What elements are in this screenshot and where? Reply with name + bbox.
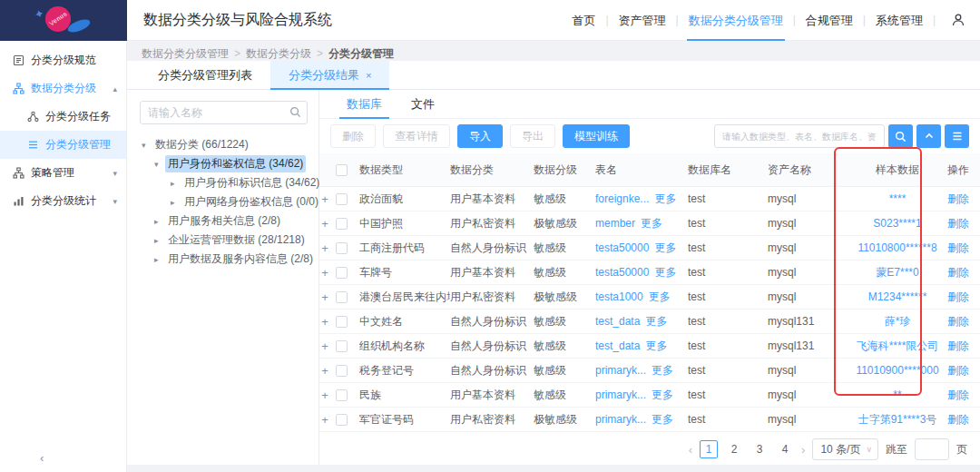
sidebar-item-classification-spec[interactable]: 分类分级规范: [0, 46, 126, 74]
chevron-up-icon[interactable]: ▴: [113, 84, 117, 93]
page-3-button[interactable]: 3: [750, 443, 769, 456]
delete-row-link[interactable]: 删除: [947, 315, 969, 328]
sidebar-item-strategy-management[interactable]: 策略管理 ▾: [0, 159, 126, 187]
user-profile-icon[interactable]: [951, 13, 965, 27]
nav-data-classification[interactable]: 数据分类分级管理: [685, 0, 787, 41]
sample-data-link[interactable]: 蒙E7***0: [876, 266, 918, 279]
expand-icon[interactable]: +: [319, 364, 336, 378]
expand-icon[interactable]: +: [319, 192, 336, 206]
tab-file[interactable]: 文件: [397, 90, 449, 118]
collapse-search-button[interactable]: [916, 124, 941, 148]
column-settings-button[interactable]: [945, 124, 969, 148]
sidebar-item-data-classification[interactable]: 数据分类分级 ▴: [0, 74, 126, 103]
expand-icon[interactable]: +: [319, 339, 336, 353]
table-name-link[interactable]: testa1000: [595, 290, 643, 303]
delete-row-link[interactable]: 删除: [947, 241, 969, 254]
prev-page-button[interactable]: ‹: [689, 443, 692, 457]
row-checkbox[interactable]: [336, 193, 348, 205]
tree-node-enterprise-ops-data[interactable]: ▸企业运营管理数据 (28/1218): [140, 231, 308, 250]
delete-row-link[interactable]: 删除: [947, 339, 969, 352]
export-button[interactable]: 导出: [510, 124, 555, 148]
jump-page-input[interactable]: [915, 438, 949, 460]
expand-icon[interactable]: +: [319, 388, 336, 402]
tab-database[interactable]: 数据库: [332, 90, 397, 118]
tree-node-user-identity-id[interactable]: ▸用户身份和标识信息 (34/62): [140, 173, 308, 192]
select-all-checkbox[interactable]: [336, 164, 348, 176]
tree-node-root[interactable]: ▾数据分类 (66/1224): [140, 135, 308, 154]
more-link[interactable]: 更多: [652, 364, 673, 377]
more-link[interactable]: 更多: [649, 290, 671, 303]
more-link[interactable]: 更多: [654, 241, 676, 254]
delete-row-link[interactable]: 删除: [947, 290, 969, 303]
expand-icon[interactable]: +: [319, 315, 336, 329]
table-name-link[interactable]: test_data: [595, 315, 640, 328]
more-link[interactable]: 更多: [645, 315, 667, 328]
row-checkbox[interactable]: [336, 316, 348, 328]
row-checkbox[interactable]: [336, 414, 348, 426]
sample-data-link[interactable]: 11010800******8: [858, 241, 936, 254]
sidebar-item-classification-task[interactable]: 分类分级任务: [0, 103, 126, 131]
nav-asset-management[interactable]: 资产管理: [615, 0, 670, 41]
nav-home[interactable]: 首页: [568, 0, 599, 41]
sample-data-link[interactable]: ****: [889, 192, 906, 205]
row-checkbox[interactable]: [336, 267, 348, 279]
more-link[interactable]: 更多: [654, 192, 676, 205]
next-page-button[interactable]: ›: [801, 443, 805, 457]
more-link[interactable]: 更多: [652, 388, 673, 401]
tree-node-user-network-auth[interactable]: ▸用户网络身份鉴权信息 (0/0): [140, 192, 308, 211]
table-name-link[interactable]: member: [595, 217, 635, 230]
more-link[interactable]: 更多: [654, 266, 676, 279]
expand-icon[interactable]: +: [319, 290, 336, 304]
table-name-link[interactable]: primaryk...: [595, 388, 646, 401]
expand-icon[interactable]: +: [319, 217, 336, 231]
table-name-link[interactable]: primaryk...: [595, 364, 646, 377]
page-4-button[interactable]: 4: [776, 443, 794, 456]
delete-row-link[interactable]: 删除: [947, 388, 969, 401]
sample-data-link[interactable]: 士字第91****3号: [858, 413, 937, 426]
delete-row-link[interactable]: 删除: [947, 217, 969, 230]
page-1-button[interactable]: 1: [700, 440, 718, 458]
page-2-button[interactable]: 2: [725, 443, 743, 456]
more-link[interactable]: 更多: [641, 217, 662, 230]
nav-system-management[interactable]: 系统管理: [872, 0, 926, 41]
expand-icon[interactable]: +: [319, 266, 336, 280]
view-detail-button[interactable]: 查看详情: [383, 124, 450, 148]
more-link[interactable]: 更多: [645, 339, 667, 352]
chevron-down-icon[interactable]: ▾: [113, 169, 117, 178]
delete-row-link[interactable]: 删除: [947, 192, 969, 205]
breadcrumb-item[interactable]: 数据分类分级: [246, 46, 311, 62]
delete-row-link[interactable]: 删除: [947, 413, 969, 426]
sample-data-link[interactable]: **: [893, 388, 901, 401]
sample-data-link[interactable]: 飞海科****限公司: [857, 339, 939, 352]
tree-node-user-service-info[interactable]: ▸用户服务相关信息 (2/8): [140, 211, 308, 231]
nav-compliance-management[interactable]: 合规管理: [802, 0, 857, 41]
close-tab-icon[interactable]: ×: [366, 70, 371, 81]
expand-icon[interactable]: +: [319, 241, 336, 255]
expand-icon[interactable]: +: [319, 413, 336, 427]
delete-row-link[interactable]: 删除: [947, 364, 969, 377]
sidebar-collapse-button[interactable]: ‹: [40, 451, 44, 465]
table-name-link[interactable]: foreignke...: [595, 192, 649, 205]
tree-node-user-identity-auth[interactable]: ▾用户身份和鉴权信息 (34/62): [140, 154, 308, 173]
sample-data-link[interactable]: 11010900****000: [856, 364, 938, 377]
tab-classification-result[interactable]: 分类分级结果 ×: [270, 61, 389, 89]
table-name-link[interactable]: testa50000: [595, 241, 649, 254]
row-checkbox[interactable]: [336, 365, 348, 377]
row-checkbox[interactable]: [336, 389, 348, 401]
search-button[interactable]: [888, 124, 913, 148]
breadcrumb-item[interactable]: 数据分类分级管理: [142, 46, 229, 62]
row-checkbox[interactable]: [336, 291, 348, 303]
table-search-input[interactable]: [714, 124, 885, 148]
sample-data-link[interactable]: 薛*珍: [885, 315, 911, 328]
sample-data-link[interactable]: S023****1: [873, 217, 921, 230]
tab-management-list[interactable]: 分类分级管理列表: [140, 61, 270, 89]
delete-row-link[interactable]: 删除: [947, 266, 969, 279]
chevron-down-icon[interactable]: ▾: [113, 197, 117, 206]
table-name-link[interactable]: testa50000: [595, 266, 649, 279]
table-name-link[interactable]: test_data: [595, 339, 640, 352]
row-checkbox[interactable]: [336, 242, 348, 254]
row-checkbox[interactable]: [336, 218, 348, 230]
table-name-link[interactable]: primaryk...: [595, 413, 646, 426]
page-size-select[interactable]: 10 条/页∨: [812, 438, 878, 460]
row-checkbox[interactable]: [336, 340, 348, 352]
